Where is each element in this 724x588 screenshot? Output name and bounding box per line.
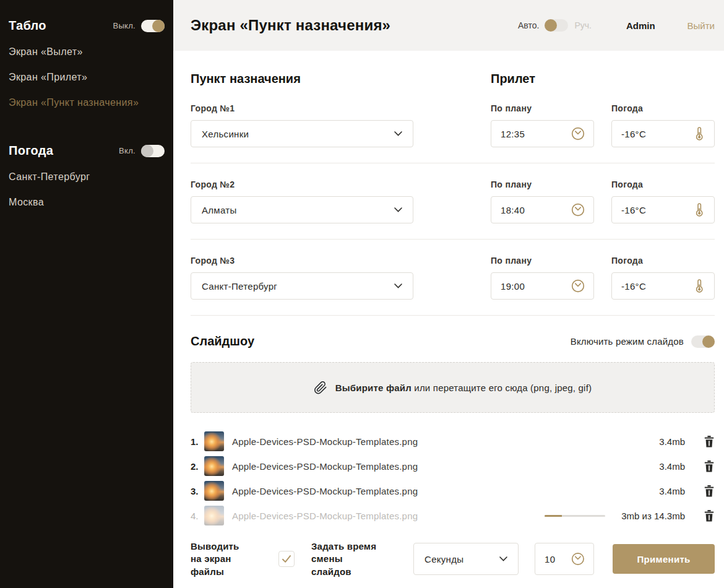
file-row-uploading: 4. Apple-Devices-PSD-Mockup-Templates.pn… bbox=[191, 503, 715, 528]
weather2-input-box bbox=[611, 196, 715, 223]
file-dropzone[interactable]: Выбирите файл или перетащите его сюда (p… bbox=[191, 362, 715, 413]
city2-select-value: Алматы bbox=[202, 205, 237, 215]
city-row-3: Город №3 Санкт-Петербург По плану Погода bbox=[191, 256, 715, 300]
sidebar-item-arrival-screen[interactable]: Экран «Прилет» bbox=[9, 64, 165, 90]
delete-file-button[interactable] bbox=[704, 460, 715, 472]
divider bbox=[191, 163, 715, 163]
checkmark-icon bbox=[281, 554, 292, 564]
city1-select[interactable]: Хельсинки bbox=[191, 120, 413, 147]
divider bbox=[191, 239, 715, 240]
trash-icon bbox=[704, 510, 714, 522]
plan2-input[interactable] bbox=[501, 205, 560, 215]
delete-file-button[interactable] bbox=[704, 509, 715, 522]
city3-select-value: Санкт-Петербург bbox=[202, 281, 277, 292]
file-list: 1. Apple-Devices-PSD-Mockup-Templates.pn… bbox=[191, 429, 715, 528]
sidebar-item-destination-screen[interactable]: Экран «Пункт назначения» bbox=[9, 90, 165, 115]
weather-power-toggle[interactable] bbox=[141, 145, 165, 157]
toggle-knob bbox=[545, 19, 557, 32]
chevron-down-icon bbox=[394, 131, 402, 136]
sidebar-spacer bbox=[9, 115, 165, 139]
file-size: 3.4mb bbox=[659, 436, 685, 447]
manual-mode-label: Руч. bbox=[574, 20, 592, 30]
apply-button[interactable]: Применить bbox=[613, 544, 715, 574]
destination-heading: Пункт назначения bbox=[191, 72, 491, 86]
slideshow-mode-toggle[interactable] bbox=[691, 335, 715, 348]
file-name: Apple-Devices-PSD-Mockup-Templates.png bbox=[232, 436, 659, 447]
interval-label-line2: слайдов bbox=[311, 566, 351, 577]
delete-file-button[interactable] bbox=[704, 435, 715, 447]
chevron-down-icon bbox=[394, 283, 402, 288]
interval-label-line1: Задать время смены bbox=[311, 541, 376, 564]
footer-controls: Выводить на экран файлы Задать время сме… bbox=[191, 540, 715, 578]
weather2-input[interactable] bbox=[621, 205, 681, 215]
city-row-2: Город №2 Алматы По плану Погода bbox=[191, 179, 715, 223]
weather-toggle-label: Вкл. bbox=[119, 146, 136, 155]
sidebar-item-departure-screen[interactable]: Экран «Вылет» bbox=[9, 39, 165, 64]
city1-select-value: Хельсинки bbox=[202, 129, 249, 139]
sidebar: Табло Выкл. Экран «Вылет» Экран «Прилет»… bbox=[0, 0, 173, 588]
time-unit-value: Секунды bbox=[424, 554, 463, 564]
upload-progress-fill bbox=[545, 515, 561, 517]
weather3-label: Погода bbox=[611, 256, 715, 266]
show-files-checkbox[interactable] bbox=[278, 551, 295, 567]
board-power-toggle[interactable] bbox=[141, 20, 165, 32]
page-title: Экран «Пункт назначения» bbox=[191, 17, 518, 34]
board-toggle-label: Выкл. bbox=[113, 21, 136, 30]
plan2-label: По плану bbox=[491, 179, 594, 189]
city2-label: Город №2 bbox=[191, 179, 413, 189]
user-name: Admin bbox=[626, 20, 655, 31]
plan1-input[interactable] bbox=[501, 129, 560, 139]
sidebar-item-moscow[interactable]: Москва bbox=[9, 189, 165, 215]
slideshow-header: Слайдшоу Включить режим слайдов bbox=[191, 334, 715, 348]
plan1-input-box bbox=[491, 120, 594, 147]
weather3-input[interactable] bbox=[621, 281, 681, 292]
clock-icon bbox=[571, 279, 585, 293]
logout-link[interactable]: Выйти bbox=[687, 20, 715, 31]
show-files-label-line2: на экран файлы bbox=[191, 553, 231, 576]
auto-manual-toggle[interactable] bbox=[545, 19, 568, 32]
arrival-heading: Прилет bbox=[491, 72, 535, 86]
top-header: Экран «Пункт назначения» Авто. Руч. Admi… bbox=[173, 0, 724, 51]
city1-label: Город №1 bbox=[191, 103, 413, 113]
file-name: Apple-Devices-PSD-Mockup-Templates.png bbox=[232, 461, 659, 472]
trash-icon bbox=[704, 485, 714, 497]
interval-input-box bbox=[535, 543, 594, 575]
dropzone-text: Выбирите файл или перетащите его сюда (p… bbox=[335, 383, 592, 393]
toggle-knob bbox=[141, 145, 153, 157]
clock-icon bbox=[571, 551, 585, 567]
clock-icon bbox=[571, 126, 585, 141]
time-unit-select[interactable]: Секунды bbox=[413, 543, 519, 575]
slideshow-heading: Слайдшоу bbox=[191, 334, 254, 348]
chevron-down-icon bbox=[499, 556, 507, 561]
weather1-label: Погода bbox=[611, 103, 715, 113]
file-thumbnail bbox=[204, 456, 224, 476]
thermometer-icon bbox=[692, 202, 706, 217]
sidebar-board-title: Табло bbox=[9, 19, 46, 33]
trash-icon bbox=[704, 460, 714, 472]
file-name: Apple-Devices-PSD-Mockup-Templates.png bbox=[232, 511, 545, 521]
sidebar-weather-title: Погода bbox=[9, 144, 53, 158]
trash-icon bbox=[704, 436, 714, 447]
city-row-1: Город №1 Хельсинки По плану Погода bbox=[191, 103, 715, 147]
file-row: 1. Apple-Devices-PSD-Mockup-Templates.pn… bbox=[191, 429, 715, 454]
toggle-knob bbox=[152, 20, 165, 32]
city3-select[interactable]: Санкт-Петербург bbox=[191, 272, 413, 300]
show-files-label-line1: Выводить bbox=[191, 541, 239, 551]
thermometer-icon bbox=[692, 279, 706, 293]
interval-input[interactable] bbox=[545, 554, 571, 564]
clock-icon bbox=[571, 202, 585, 217]
file-thumbnail bbox=[204, 506, 224, 525]
city2-select[interactable]: Алматы bbox=[191, 196, 413, 223]
weather1-input[interactable] bbox=[621, 129, 681, 139]
paperclip-icon bbox=[314, 381, 327, 395]
file-index: 2. bbox=[191, 461, 204, 472]
city3-label: Город №3 bbox=[191, 256, 413, 266]
delete-file-button[interactable] bbox=[704, 485, 715, 497]
show-files-label: Выводить на экран файлы bbox=[191, 540, 265, 578]
plan2-input-box bbox=[491, 196, 594, 223]
sidebar-item-spb[interactable]: Санкт-Петербург bbox=[9, 164, 165, 189]
main-area: Экран «Пункт назначения» Авто. Руч. Admi… bbox=[173, 0, 724, 588]
plan3-input[interactable] bbox=[501, 281, 560, 292]
file-row: 3. Apple-Devices-PSD-Mockup-Templates.pn… bbox=[191, 478, 715, 503]
file-index: 4. bbox=[191, 511, 204, 521]
